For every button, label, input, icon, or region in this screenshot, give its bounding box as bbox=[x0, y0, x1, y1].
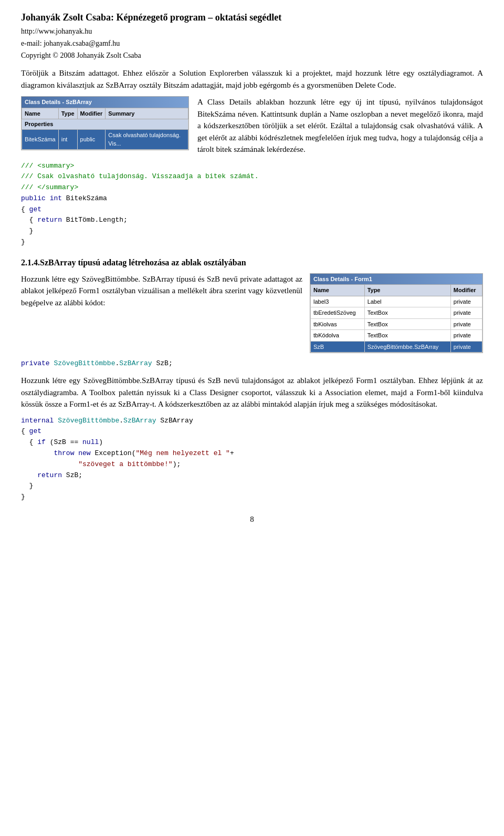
row-name: BitekSzáma bbox=[22, 129, 59, 149]
col-summary: Summary bbox=[106, 108, 188, 119]
row-name: SzB bbox=[311, 341, 365, 353]
row-modifier: private bbox=[450, 307, 482, 319]
class-details-table-1: Name Type Modifier Summary Properties Bi… bbox=[22, 108, 188, 150]
row-modifier: private bbox=[450, 296, 482, 307]
section-2-text: Hozzunk létre egy SzövegBittömbbe. SzBAr… bbox=[21, 273, 302, 314]
table-row: SzBSzövegBittömbbe.SzBArrayprivate bbox=[311, 341, 482, 353]
table-row: tbKódolvaTextBoxprivate bbox=[311, 330, 482, 342]
row-summary: Csak olvasható tulajdonság. Vis... bbox=[106, 129, 188, 149]
table-row: tbKiolvasTextBoxprivate bbox=[311, 318, 482, 330]
row-type: TextBox bbox=[364, 307, 450, 319]
row-name: tbKiolvas bbox=[311, 318, 365, 330]
header-url1: http://www.johanyak.hu bbox=[21, 26, 483, 37]
code-block-3: internal SzövegBittömbbe.SzBArray SzBArr… bbox=[21, 416, 483, 503]
class-details-title-1: Class Details - SzBArray bbox=[22, 97, 188, 108]
row-name: label3 bbox=[311, 296, 365, 307]
col-type: Type bbox=[58, 108, 77, 119]
col-modifier: Modifier bbox=[77, 108, 106, 119]
paragraph-3: Hozzunk létre egy SzövegBittömbbe.SzBArr… bbox=[21, 375, 483, 410]
class-details-image-1: Class Details - SzBArray Name Type Modif… bbox=[21, 96, 189, 150]
row-type: TextBox bbox=[364, 318, 450, 330]
row-type: SzövegBittömbbe.SzBArray bbox=[364, 341, 450, 353]
class-details-box-2: Class Details - Form1 Name Type Modifier… bbox=[310, 273, 483, 354]
row-type: Label bbox=[364, 296, 450, 307]
table-row: label3Labelprivate bbox=[311, 296, 482, 307]
row-modifier: public bbox=[77, 129, 106, 149]
col-name: Name bbox=[22, 108, 59, 119]
class-details-section: Class Details - SzBArray Name Type Modif… bbox=[21, 96, 483, 156]
header-url2: e-mail: johanyak.csaba@gamf.hu bbox=[21, 38, 483, 49]
table-row: tbEredetiSzövegTextBoxprivate bbox=[311, 307, 482, 319]
row-modifier: private bbox=[450, 318, 482, 330]
row-modifier: private bbox=[450, 341, 482, 353]
paragraph-1: Töröljük a Bitszám adattagot. Ehhez elős… bbox=[21, 67, 483, 91]
class-details-text-1: A Class Details ablakban hozzunk létre e… bbox=[197, 96, 483, 156]
class-details-title-2: Class Details - Form1 bbox=[310, 274, 482, 285]
col2-name: Name bbox=[311, 285, 365, 296]
code-block-2: private SzövegBittömbbe.SzBArray SzB; bbox=[21, 358, 483, 369]
section-properties: Properties bbox=[22, 119, 188, 130]
code-block-1: /// <summary> /// Csak olvasható tulajdo… bbox=[21, 161, 483, 248]
table-row-bitekszama: BitekSzáma int public Csak olvasható tul… bbox=[22, 129, 188, 149]
page-number: 8 bbox=[21, 513, 483, 525]
section-2-title: 2.1.4.SzBArray típusú adatag létrehozása… bbox=[21, 256, 483, 269]
col2-type: Type bbox=[364, 285, 450, 296]
col2-modifier: Modifier bbox=[450, 285, 482, 296]
row-name: tbKódolva bbox=[311, 330, 365, 342]
row-type: TextBox bbox=[364, 330, 450, 342]
section-2-para1: Hozzunk létre egy SzövegBittömbbe. SzBAr… bbox=[21, 273, 302, 309]
row-name: tbEredetiSzöveg bbox=[311, 307, 365, 319]
class-details-image-2: Class Details - Form1 Name Type Modifier… bbox=[310, 273, 483, 354]
page-title: Johanyák Zsolt Csaba: Képnézegető progra… bbox=[21, 11, 483, 25]
class-details-box-1: Class Details - SzBArray Name Type Modif… bbox=[21, 96, 189, 150]
row-type: int bbox=[58, 129, 77, 149]
section-2-layout: Hozzunk létre egy SzövegBittömbbe. SzBAr… bbox=[21, 273, 483, 354]
header-copyright: Copyright © 2008 Johanyák Zsolt Csaba bbox=[21, 50, 483, 61]
row-modifier: private bbox=[450, 330, 482, 342]
class-details-table-2: Name Type Modifier label3LabelprivatetbE… bbox=[310, 284, 482, 353]
